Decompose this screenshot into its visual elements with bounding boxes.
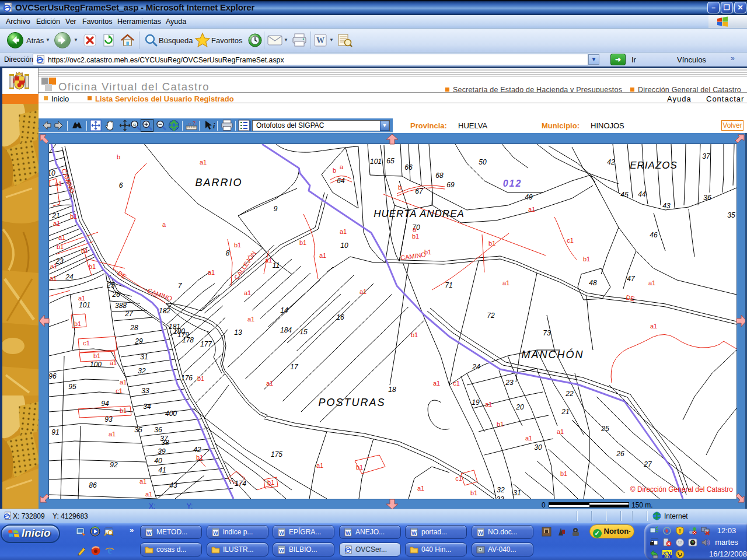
svg-text:23: 23 xyxy=(505,379,514,387)
svg-text:47: 47 xyxy=(627,275,636,283)
svg-text:a: a xyxy=(413,226,417,233)
svg-text:30: 30 xyxy=(534,443,542,452)
svg-text:c1: c1 xyxy=(116,387,123,394)
svg-text:© Dirección General del Catast: © Dirección General del Catastro xyxy=(630,485,734,494)
svg-text:67: 67 xyxy=(415,187,424,195)
svg-text:q: q xyxy=(133,122,135,127)
svg-text:b1: b1 xyxy=(412,233,419,240)
svg-text:b1: b1 xyxy=(89,263,96,270)
svg-text:15: 15 xyxy=(299,328,308,336)
svg-text:24: 24 xyxy=(472,363,480,371)
svg-text:42: 42 xyxy=(193,446,201,454)
svg-text:a1: a1 xyxy=(50,275,57,282)
svg-text:34: 34 xyxy=(143,402,151,411)
svg-text:b: b xyxy=(398,184,402,191)
svg-text:69: 69 xyxy=(446,181,455,189)
svg-text:48: 48 xyxy=(589,279,597,287)
svg-text:a1: a1 xyxy=(648,279,655,286)
svg-text:20: 20 xyxy=(515,403,524,411)
svg-text:a1: a1 xyxy=(247,316,254,323)
svg-text:35: 35 xyxy=(727,211,735,219)
svg-text:176: 176 xyxy=(181,374,193,382)
svg-text:a1: a1 xyxy=(266,380,273,387)
svg-text:POSTURAS: POSTURAS xyxy=(318,397,385,408)
svg-text:a1: a1 xyxy=(502,279,509,286)
svg-text:W: W xyxy=(345,530,351,536)
svg-text:71: 71 xyxy=(445,281,452,289)
svg-text:101: 101 xyxy=(79,301,90,309)
svg-text:W: W xyxy=(316,36,324,45)
svg-text:W: W xyxy=(478,530,483,536)
svg-text:32: 32 xyxy=(497,486,505,494)
svg-text:36: 36 xyxy=(703,194,711,202)
svg-text:14: 14 xyxy=(280,306,288,314)
svg-text:b1: b1 xyxy=(120,407,127,414)
svg-text:a: a xyxy=(340,163,344,170)
svg-text:86: 86 xyxy=(89,481,97,489)
svg-text:012: 012 xyxy=(503,178,522,188)
svg-text:41: 41 xyxy=(158,466,166,474)
svg-text:100: 100 xyxy=(90,360,102,369)
svg-text:b1: b1 xyxy=(497,421,504,428)
svg-text:26: 26 xyxy=(111,290,120,299)
svg-text:a1: a1 xyxy=(528,206,535,213)
svg-text:a1: a1 xyxy=(55,180,62,187)
svg-text:68: 68 xyxy=(435,172,444,180)
svg-text:BARRIO: BARRIO xyxy=(195,177,242,188)
svg-text:a1: a1 xyxy=(208,269,215,276)
svg-text:45: 45 xyxy=(620,191,629,199)
svg-text:22: 22 xyxy=(565,390,574,398)
svg-text:MANCHÓN: MANCHÓN xyxy=(522,348,584,360)
svg-text:a1: a1 xyxy=(50,262,57,270)
svg-text:ERIAZOS: ERIAZOS xyxy=(630,160,678,171)
svg-text:42: 42 xyxy=(607,158,615,166)
svg-text:19: 19 xyxy=(472,398,480,407)
svg-text:40: 40 xyxy=(154,457,162,465)
svg-text:182: 182 xyxy=(159,307,170,315)
svg-text:174: 174 xyxy=(235,480,246,488)
svg-text:W: W xyxy=(279,548,284,554)
svg-text:8: 8 xyxy=(226,249,230,257)
svg-text:i: i xyxy=(213,122,215,130)
svg-text:a1: a1 xyxy=(485,401,492,408)
svg-text:49: 49 xyxy=(525,193,533,201)
svg-text:50: 50 xyxy=(479,158,487,166)
svg-text:26: 26 xyxy=(616,450,624,458)
svg-text:28: 28 xyxy=(130,324,138,332)
svg-text:b1: b1 xyxy=(234,242,241,249)
svg-text:64: 64 xyxy=(337,177,345,185)
svg-text:b1: b1 xyxy=(267,479,274,486)
svg-text:b1: b1 xyxy=(583,256,590,262)
svg-text:388: 388 xyxy=(115,302,127,310)
svg-text:!: ! xyxy=(679,528,681,534)
svg-text:W: W xyxy=(213,530,218,536)
svg-text:32: 32 xyxy=(138,367,146,375)
svg-text:18: 18 xyxy=(388,386,396,394)
svg-text:31: 31 xyxy=(513,489,521,497)
svg-text:b1: b1 xyxy=(74,320,81,327)
svg-text:b1: b1 xyxy=(470,489,477,496)
svg-text:66: 66 xyxy=(404,163,413,172)
svg-text:93: 93 xyxy=(104,415,113,424)
svg-text:43: 43 xyxy=(662,202,671,210)
svg-text:b1: b1 xyxy=(196,454,203,461)
svg-text:a1: a1 xyxy=(319,252,326,259)
svg-text:a1: a1 xyxy=(359,288,366,295)
svg-text:b1: b1 xyxy=(411,331,418,338)
svg-text:a1: a1 xyxy=(200,159,207,166)
svg-text:10: 10 xyxy=(49,169,55,177)
svg-text:39: 39 xyxy=(158,447,166,456)
svg-text:W: W xyxy=(146,530,152,536)
svg-text:25: 25 xyxy=(601,425,609,433)
svg-text:a1: a1 xyxy=(557,428,564,435)
svg-text:44: 44 xyxy=(638,190,646,198)
svg-text:46: 46 xyxy=(650,231,658,239)
svg-text:a1: a1 xyxy=(58,234,65,241)
svg-text:13: 13 xyxy=(234,328,242,337)
svg-text:37: 37 xyxy=(702,152,711,160)
svg-text:a1: a1 xyxy=(120,379,127,386)
svg-text:11: 11 xyxy=(273,261,280,270)
svg-text:b1: b1 xyxy=(299,239,306,246)
svg-text:10: 10 xyxy=(340,242,348,250)
svg-text:W: W xyxy=(279,530,284,536)
